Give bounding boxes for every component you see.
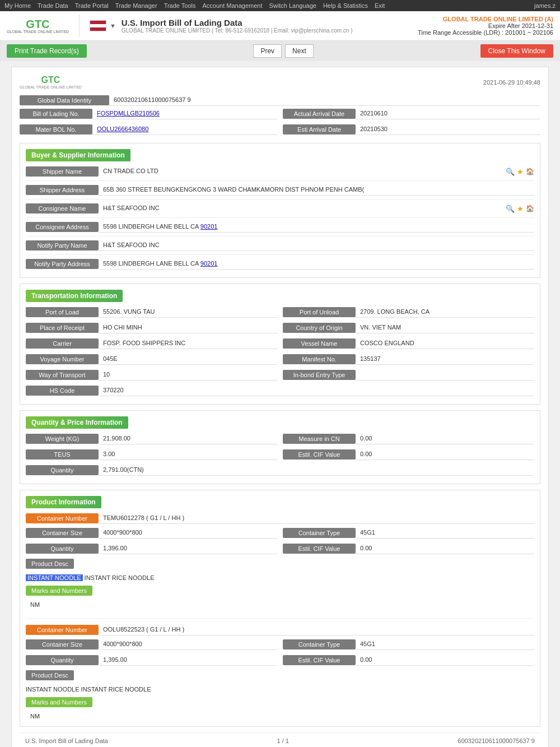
- page-subtitle: GLOBAL TRADE ONLINE LIMITED ( Tel: 86-51…: [122, 27, 353, 34]
- time-range: Time Range Accessible (LDR) : 201001 ~ 2…: [418, 29, 553, 36]
- bol-label: Bill of Lading No.: [20, 109, 92, 119]
- nav-items: My Home Trade Data Trade Portal Trade Ma…: [4, 2, 385, 9]
- nav-my-home[interactable]: My Home: [4, 2, 31, 9]
- container-number-label-2: Container Number: [26, 625, 99, 635]
- master-bol-row: Mater BOL No. OOLU2666436080: [20, 124, 277, 135]
- shipper-address-label: Shipper Address: [26, 185, 99, 195]
- master-bol-value: OOLU2666436080: [92, 124, 277, 135]
- marks-label-1: Marks and Numbers: [26, 586, 92, 596]
- search-icon-consignee[interactable]: 🔍: [506, 205, 515, 213]
- notify-party-address-row: Notify Party Address 5598 LINDBERGH LANE…: [26, 258, 534, 270]
- container-size-label-2: Container Size: [26, 639, 99, 649]
- top-nav: My Home Trade Data Trade Portal Trade Ma…: [0, 0, 560, 11]
- container-cif-value-1: 0.00: [356, 543, 534, 554]
- notify-party-address-value: 5598 LINDBERGH LANE BELL CA 90201: [99, 258, 534, 270]
- hs-code-row: HS Code 370220: [26, 385, 534, 396]
- container-size-value-2: 4000*900*800: [99, 639, 277, 650]
- teus-label: TEUS: [26, 449, 99, 460]
- prev-button-top[interactable]: Prev: [253, 44, 282, 58]
- shipper-name-value-group: CN TRADE CO LTD 🔍 ★ 🏠: [99, 166, 534, 177]
- port-of-load-label: Port of Load: [26, 307, 99, 317]
- marks-label-2: Marks and Numbers: [26, 697, 92, 707]
- desc-highlight-1: INSTANT NOODLE: [26, 574, 83, 581]
- global-data-identity-label: Global Data Identity: [20, 95, 109, 105]
- nav-trade-portal[interactable]: Trade Portal: [75, 2, 109, 9]
- estil-cif-label: Estil. CIF Value: [283, 449, 356, 460]
- search-icon-shipper[interactable]: 🔍: [506, 168, 515, 176]
- voyage-number-value: 045E: [99, 354, 277, 365]
- marks-value-1: NM: [26, 600, 534, 609]
- marks-value-2: NM: [26, 712, 534, 721]
- carrier-value: FOSP. FOOD SHIPPERS INC: [99, 338, 277, 349]
- actual-arrival-label: Actual Arrival Date: [283, 109, 356, 119]
- print-button-top[interactable]: Print Trade Record(s): [7, 44, 87, 58]
- container-cif-label-1: Estil. CIF Value: [283, 544, 356, 554]
- consignee-icons: 🔍 ★ 🏠: [506, 205, 534, 213]
- manifest-no-label: Manifest No.: [283, 354, 356, 364]
- star-icon-consignee[interactable]: ★: [517, 205, 524, 213]
- home-icon-shipper[interactable]: 🏠: [526, 168, 534, 175]
- logo-subtitle: GLOBAL TRADE ONLINE LIMITED: [7, 30, 69, 34]
- global-data-identity-value: 600320210611000075637 9: [109, 95, 540, 106]
- star-icon-shipper[interactable]: ★: [517, 168, 524, 176]
- carrier-label: Carrier: [26, 338, 99, 349]
- card-logo-sub: GLOBAL TRADE ONLINE LIMITED: [20, 85, 82, 89]
- quantity-value: 2,791.00(CTN): [99, 465, 534, 476]
- close-button-top[interactable]: Close This Window: [480, 44, 553, 58]
- nav-switch-language[interactable]: Switch Language: [269, 2, 316, 9]
- quantity-price-section: Quantity & Price Information Weight (KG)…: [20, 410, 540, 484]
- header-company-info: GLOBAL TRADE ONLINE LIMITED (A) Expire A…: [418, 16, 553, 36]
- nav-account-management[interactable]: Account Management: [203, 2, 263, 9]
- voyage-number-label: Voyage Number: [26, 354, 99, 364]
- home-icon-consignee[interactable]: 🏠: [526, 205, 534, 212]
- quantity-row: Quantity 2,791.00(CTN): [26, 465, 534, 476]
- top-action-bar: Print Trade Record(s) Prev Next Close Th…: [0, 41, 560, 61]
- page-title: U.S. Import Bill of Lading Data: [122, 18, 353, 27]
- quantity-label: Quantity: [26, 465, 99, 475]
- consignee-name-label: Consignee Name: [26, 203, 99, 214]
- hs-code-value: 370220: [99, 385, 534, 396]
- way-of-transport-label: Way of Transport: [26, 370, 99, 380]
- vessel-name-value: COSCO ENGLAND: [356, 338, 534, 349]
- nav-trade-tools[interactable]: Trade Tools: [164, 2, 196, 9]
- notify-party-name-value: H&T SEAFOOD INC: [99, 240, 534, 251]
- esti-arrival-row: Esti Arrival Date 20210530: [283, 124, 540, 135]
- container-cif-value-2: 0.00: [356, 655, 534, 666]
- next-button-top[interactable]: Next: [285, 44, 314, 58]
- port-of-unload-label: Port of Unload: [283, 307, 356, 317]
- container-cif-label-2: Estil. CIF Value: [283, 655, 356, 665]
- nav-exit[interactable]: Exit: [375, 2, 385, 9]
- place-of-receipt-label: Place of Receipt: [26, 323, 99, 333]
- country-of-origin-label: Country of Origin: [283, 323, 356, 333]
- card-logo-text: GTC: [41, 75, 60, 85]
- consignee-address-row: Consignee Address 5598 LINDBERGH LANE BE…: [26, 221, 534, 233]
- logo-gtc: GTC: [26, 18, 49, 30]
- main-content: GTC GLOBAL TRADE ONLINE LIMITED 2021-06-…: [0, 61, 560, 747]
- shipper-name-label: Shipper Name: [26, 166, 99, 177]
- hs-code-label: HS Code: [26, 386, 99, 396]
- nav-trade-data[interactable]: Trade Data: [38, 2, 68, 9]
- container-type-value-2: 45G1: [356, 639, 534, 650]
- container-2: Container Number OOLU8522523 ( G1 / L / …: [26, 624, 534, 721]
- way-of-transport-value: 10: [99, 369, 277, 381]
- actual-arrival-value: 20210610: [356, 108, 540, 119]
- shipper-name-value: CN TRADE CO LTD: [99, 166, 502, 177]
- consignee-address-label: Consignee Address: [26, 222, 99, 232]
- teus-value: 3.00: [99, 449, 277, 460]
- consignee-name-row: Consignee Name H&T SEAFOOD INC 🔍 ★ 🏠: [26, 203, 534, 214]
- transportation-section: Transportation Information Port of Load …: [20, 284, 540, 405]
- container-number-value-1: TEMU6012278 ( G1 / L / HH ): [99, 513, 534, 524]
- product-desc-label-1: Product Desc: [26, 559, 74, 569]
- product-desc-label-2: Product Desc: [26, 670, 74, 680]
- record-source: U.S. Import Bill of Lading Data: [25, 737, 108, 744]
- nav-help-statistics[interactable]: Help & Statistics: [323, 2, 368, 9]
- record-page: 1 / 1: [277, 737, 288, 744]
- estil-cif-value: 0.00: [356, 449, 534, 460]
- port-of-unload-value: 2709. LONG BEACH, CA: [356, 307, 534, 318]
- user-display: james.z: [534, 2, 556, 9]
- container-size-value-1: 4000*900*800: [99, 527, 277, 539]
- record-id: 600320210611000075637 9: [458, 737, 535, 744]
- nav-trade-manager[interactable]: Trade Manager: [115, 2, 157, 9]
- actual-arrival-row: Actual Arrival Date 20210610: [283, 108, 540, 119]
- container-type-label-2: Container Type: [283, 639, 356, 649]
